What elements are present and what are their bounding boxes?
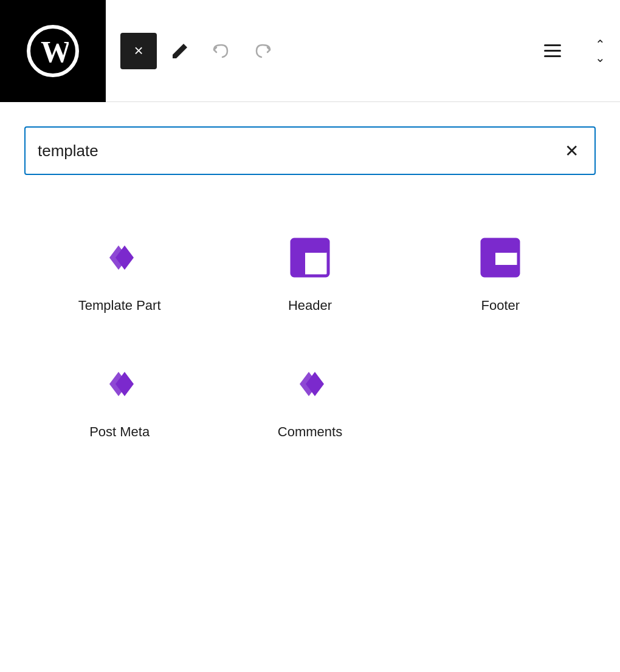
svg-text:W: W — [41, 35, 69, 67]
header-label: Header — [288, 298, 332, 314]
post-meta-label: Post Meta — [89, 424, 150, 440]
blocks-grid: Template Part Header Footer — [0, 175, 620, 501]
svg-rect-5 — [292, 239, 305, 276]
collapse-expand-button[interactable]: ⌃ ⌄ — [595, 38, 605, 64]
footer-icon — [478, 236, 522, 279]
block-item-comments[interactable]: Comments — [215, 338, 405, 464]
redo-icon — [253, 41, 272, 61]
comments-icon — [288, 362, 332, 406]
post-meta-svg — [98, 366, 141, 402]
block-item-footer[interactable]: Footer — [405, 211, 596, 338]
hamburger-line-1 — [544, 44, 561, 46]
header-icon — [288, 236, 332, 279]
footer-svg — [480, 237, 521, 278]
toolbar: × ⌃ — [106, 33, 620, 69]
template-part-svg — [98, 239, 141, 276]
hamburger-line-2 — [544, 50, 561, 52]
chevron-up-icon: ⌃ — [595, 38, 605, 50]
svg-rect-8 — [482, 239, 518, 253]
hamburger-line-3 — [544, 55, 561, 57]
block-item-post-meta[interactable]: Post Meta — [24, 338, 215, 464]
comments-svg — [289, 366, 331, 402]
menu-button[interactable] — [544, 44, 561, 57]
top-bar: W × — [0, 0, 620, 102]
edit-button[interactable] — [162, 33, 198, 69]
close-button[interactable]: × — [120, 33, 157, 69]
pencil-icon — [170, 41, 190, 61]
redo-button[interactable] — [244, 33, 281, 69]
svg-rect-9 — [495, 265, 518, 276]
clear-icon: ✕ — [565, 141, 579, 161]
footer-label: Footer — [481, 298, 520, 314]
chevron-down-icon: ⌄ — [595, 52, 605, 64]
undo-icon — [212, 41, 231, 61]
search-clear-button[interactable]: ✕ — [560, 140, 582, 162]
post-meta-icon — [98, 362, 142, 406]
wordpress-logo-circle: W — [27, 25, 79, 77]
close-icon: × — [134, 41, 143, 60]
wordpress-w-icon: W — [37, 35, 69, 67]
template-part-label: Template Part — [78, 298, 161, 314]
undo-button[interactable] — [203, 33, 239, 69]
block-item-header[interactable]: Header — [215, 211, 405, 338]
block-item-template-part[interactable]: Template Part — [24, 211, 215, 338]
comments-label: Comments — [278, 424, 342, 440]
search-area: ✕ — [0, 102, 620, 175]
template-part-icon — [98, 236, 142, 279]
header-svg — [289, 237, 331, 278]
search-box: ✕ — [24, 126, 596, 175]
search-input[interactable] — [38, 142, 560, 160]
wp-logo: W — [0, 0, 106, 102]
